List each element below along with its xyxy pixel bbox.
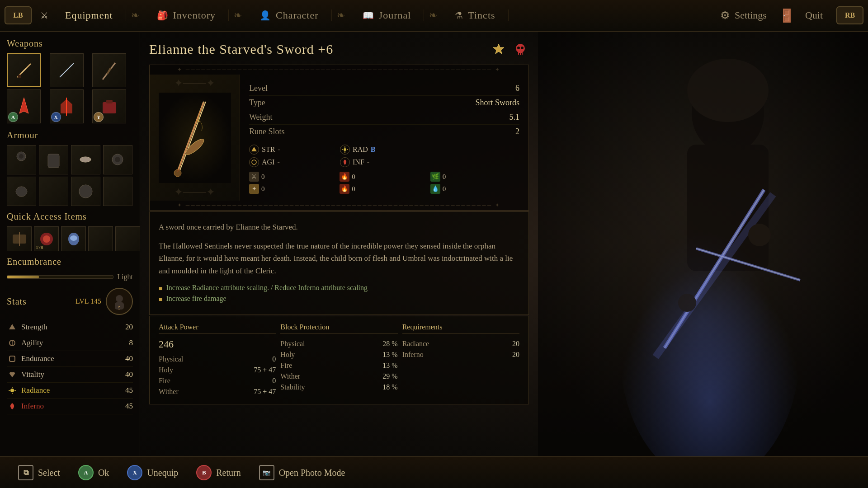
weapon-slot-1[interactable] (7, 53, 41, 87)
armour-slot-1[interactable] (7, 145, 36, 174)
endurance-icon (7, 353, 18, 364)
left-panel: Weapons (0, 32, 140, 456)
ap-holy-row: Holy 75 + 47 (159, 365, 276, 375)
armour-slot-8[interactable] (103, 177, 132, 206)
weapon-slot-3[interactable] (92, 53, 126, 87)
perk-1-text: Increase Radiance attribute scaling. / R… (166, 284, 368, 292)
quick-slot-5[interactable] (115, 226, 140, 251)
bp-holy-row: Holy 13 % (280, 349, 397, 360)
svg-point-71 (252, 160, 256, 164)
nav-item-character[interactable]: 👤 Character (247, 9, 332, 21)
svg-point-63 (174, 169, 181, 177)
holy-dmg: ✦ 0 (249, 184, 338, 194)
stat-inferno-left: Inferno (7, 401, 44, 412)
b-button: B (196, 465, 212, 480)
ap-fire-label: Fire (159, 377, 170, 385)
rb-button[interactable]: RB (836, 6, 863, 24)
return-action[interactable]: B Return (196, 465, 241, 480)
encumbrance-fill (7, 276, 39, 278)
weapon-slot-4[interactable]: A (7, 89, 41, 123)
stat-level-row: Level 6 (249, 81, 519, 96)
radiance-value: 45 (125, 386, 133, 395)
bp-physical-label: Physical (280, 340, 305, 348)
radiance-label: Radiance (21, 386, 50, 395)
svg-marker-52 (493, 44, 504, 54)
unequip-action[interactable]: X Unequip (127, 465, 178, 480)
nav-item-inventory[interactable]: 🎒 Inventory (144, 9, 229, 21)
bp-stability-label: Stability (280, 383, 305, 391)
quit-button[interactable]: Quit (796, 9, 832, 21)
armour-slot-5[interactable] (7, 177, 36, 206)
vitality-value: 40 (125, 370, 133, 379)
stats-header: Stats LVL 145 5 (7, 288, 133, 315)
description-box: A sword once carried by Elianne the Star… (149, 211, 529, 315)
stat-vitality: Vitality 40 (7, 367, 133, 383)
perk-1: ■ Increase Radiance attribute scaling. /… (159, 284, 519, 292)
quick-slot-3[interactable] (61, 226, 86, 251)
armour-slot-3[interactable] (71, 145, 100, 174)
lb-button[interactable]: LB (5, 6, 32, 24)
nav-left: LB ⚔ Equipment ❧ 🎒 Inventory ❧ 👤 Charact… (0, 6, 509, 24)
weapon-slot-2[interactable] (50, 53, 84, 87)
weapon-slot-5[interactable]: X (50, 89, 84, 123)
quick-slot-4[interactable] (88, 226, 113, 251)
settings-button[interactable]: ⚙ Settings (709, 9, 778, 22)
armour-slot-2[interactable] (39, 145, 68, 174)
skull-icon[interactable] (512, 41, 529, 58)
nav-sep-2: ❧ (229, 6, 247, 24)
star-icon[interactable] (490, 41, 507, 58)
wither-dmg-val: 0 (443, 173, 446, 181)
weapon-icon-buttons (490, 41, 529, 58)
ap-holy-label: Holy (159, 366, 173, 374)
rad-icon (340, 145, 350, 155)
svg-point-15 (18, 75, 21, 78)
svg-rect-19 (106, 67, 111, 75)
fire-dmg-icon: 🔥 (340, 172, 349, 182)
svg-text:5: 5 (118, 305, 121, 310)
svg-marker-43 (9, 324, 15, 329)
requirements-header: Requirements (402, 323, 519, 334)
inferno-icon (7, 401, 18, 412)
fire-dmg-val: 0 (352, 173, 355, 181)
dmg-row-2: ✦ 0 🔥 0 💧 0 (249, 184, 519, 194)
armour-slot-4[interactable] (103, 145, 132, 174)
rune-label: Rune Slots (249, 127, 285, 136)
inf-value: - (367, 158, 369, 166)
ok-action[interactable]: A Ok (78, 465, 109, 480)
fire-dmg-2-icon: 🔥 (340, 184, 349, 194)
weapon-slot-6[interactable]: Y (92, 89, 126, 123)
encumbrance-bar (7, 275, 113, 279)
nav-item-journal[interactable]: 📖 Journal (350, 9, 425, 21)
stat-rune-row: Rune Slots 2 (249, 125, 519, 139)
type-label: Type (249, 98, 265, 108)
svg-rect-46 (9, 356, 15, 361)
nav-bar: LB ⚔ Equipment ❧ 🎒 Inventory ❧ 👤 Charact… (0, 0, 868, 32)
weapon-image-area: ✦───✦ (150, 75, 240, 201)
inf-scaling: INF - (340, 157, 429, 167)
encumbrance-title: Encumbrance (7, 257, 133, 267)
bottom-bar: ⧉ Select A Ok X Unequip B Return 📷 Open … (0, 456, 868, 488)
quick-slot-1[interactable] (7, 226, 32, 251)
armour-slot-6[interactable] (39, 177, 68, 206)
armour-slot-7[interactable] (71, 177, 100, 206)
encumbrance-bar-row: Light (7, 272, 133, 282)
nav-item-tincts[interactable]: ⚗ Tincts (442, 9, 508, 21)
phys-dmg: ⚔ 0 (249, 172, 338, 182)
req-inferno-val: 20 (512, 351, 519, 359)
item-badge-a: A (8, 112, 18, 122)
nav-item-equipment[interactable]: Equipment (52, 9, 126, 21)
nav-equipment-label: Equipment (65, 9, 113, 21)
wither-dmg-icon: 🌿 (430, 172, 440, 182)
weapon-bottom-ornament: ✦───✦ (150, 186, 240, 198)
encumbrance-section: Encumbrance Light (7, 257, 133, 282)
quick-slot-2[interactable]: 178 (34, 226, 59, 251)
req-radiance-val: 20 (512, 340, 519, 348)
photo-action[interactable]: 📷 Open Photo Mode (259, 465, 345, 480)
stat-type-row: Type Short Swords (249, 96, 519, 110)
level-value: 6 (515, 84, 519, 93)
wither-dmg: 🌿 0 (430, 172, 519, 182)
select-action[interactable]: ⧉ Select (18, 465, 60, 480)
perk-1-bullet: ■ (159, 285, 162, 292)
stat-endurance-left: Endurance (7, 353, 54, 364)
select-icon: ⧉ (18, 465, 33, 480)
